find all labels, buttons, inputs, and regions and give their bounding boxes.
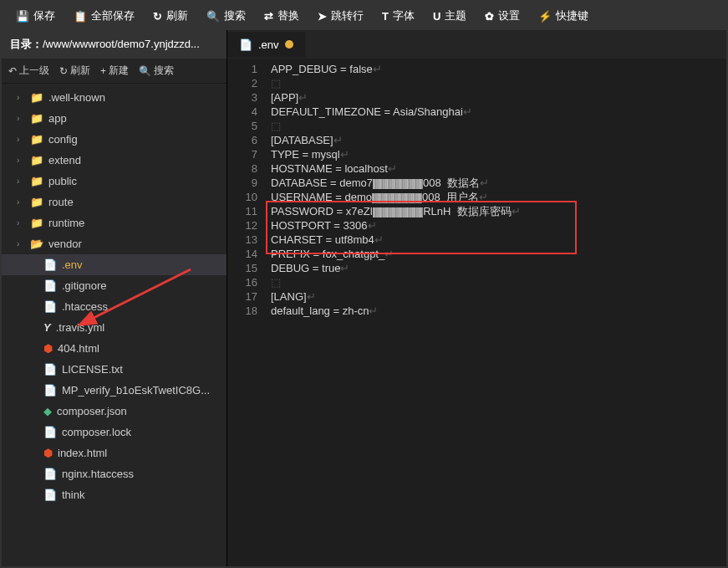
toolbar-shortcuts-button[interactable]: ⚡快捷键 — [529, 2, 598, 30]
file-item[interactable]: 📄LICENSE.txt — [2, 359, 227, 380]
folder-icon: 📂 — [30, 238, 43, 250]
line-number: 17 — [227, 289, 257, 304]
code-line: [APP]↵ — [264, 90, 726, 105]
code-line: DEBUG = true↵ — [264, 261, 726, 275]
item-name: .htaccess — [62, 300, 108, 313]
toolbar-theme-button[interactable]: U主题 — [424, 2, 476, 30]
item-name: route — [48, 196, 74, 208]
item-name: composer.json — [57, 405, 127, 417]
chevron-right-icon: › — [17, 177, 25, 186]
file-icon: 📄 — [43, 300, 57, 313]
code-line: ⬚ — [264, 119, 726, 133]
item-name: config — [48, 133, 78, 146]
toolbar-icon: 🔍 — [206, 10, 220, 23]
toolbar-icon: ⚡ — [538, 10, 552, 23]
code-content[interactable]: APP_DEBUG = false↵⬚[APP]↵DEFAULT_TIMEZON… — [264, 59, 726, 566]
file-item[interactable]: 📄.htaccess — [2, 296, 227, 317]
file-item[interactable]: ◆composer.json — [2, 401, 227, 422]
file-item[interactable]: 📄think — [2, 484, 227, 505]
file-tree: ›📁.well-known›📁app›📁config›📁extend›📁publ… — [2, 84, 227, 566]
folder-item[interactable]: ›📁.well-known — [2, 87, 227, 108]
chevron-right-icon: › — [17, 239, 25, 248]
folder-icon: 📁 — [30, 175, 43, 187]
file-item[interactable]: 📄.env — [2, 254, 227, 275]
folder-item[interactable]: ›📁extend — [2, 150, 227, 171]
chevron-right-icon: › — [17, 135, 25, 144]
path-bar: 目录：/www/wwwroot/demo7.ynjdzzd... — [2, 30, 227, 59]
folder-item[interactable]: ›📁config — [2, 129, 227, 150]
comment-note: 数据名 — [447, 177, 480, 189]
sidebar-nav: ↶上一级↻刷新+新建🔍搜索 — [2, 59, 227, 84]
tab-label: .env — [258, 38, 279, 51]
toolbar-font-button[interactable]: T字体 — [373, 2, 424, 30]
toolbar-icon: 📋 — [74, 10, 87, 23]
file-item[interactable]: Y.travis.yml — [2, 317, 227, 338]
file-item[interactable]: 📄composer.lock — [2, 422, 227, 443]
toolbar-replace-button[interactable]: ⇄替换 — [255, 2, 308, 30]
comment-note: 用户名 — [446, 191, 479, 203]
line-number: 13 — [227, 233, 257, 247]
toolbar-goto-line-button[interactable]: ➤跳转行 — [308, 2, 373, 30]
file-item[interactable]: ⬢index.html — [2, 443, 227, 463]
file-item[interactable]: ⬢404.html — [2, 338, 227, 359]
editor-area: 📄 .env 123456789101112131415161718 APP_D… — [227, 30, 726, 566]
nav-new-button[interactable]: +新建 — [100, 64, 129, 78]
code-line: PREFIX = fox_chatgpt_↵ — [264, 247, 726, 261]
tab-env[interactable]: 📄 .env — [227, 32, 305, 58]
folder-item[interactable]: ›📁route — [2, 192, 227, 212]
item-name: think — [62, 489, 84, 501]
folder-item[interactable]: ›📁public — [2, 171, 227, 192]
file-item[interactable]: 📄nginx.htaccess — [2, 463, 227, 484]
file-icon: 📄 — [43, 384, 57, 397]
folder-icon: 📁 — [30, 133, 43, 146]
nav-icon: ↻ — [59, 65, 68, 77]
folder-icon: 📁 — [30, 196, 43, 208]
chevron-right-icon: › — [17, 218, 25, 228]
nav-up-button[interactable]: ↶上一级 — [8, 64, 49, 78]
toolbar-label: 跳转行 — [331, 8, 364, 23]
file-item[interactable]: 📄.gitignore — [2, 275, 227, 296]
toolbar-search-button[interactable]: 🔍搜索 — [197, 2, 255, 30]
toolbar-save-all-button[interactable]: 📋全部保存 — [64, 2, 144, 30]
file-icon: 📄 — [43, 258, 57, 271]
line-number: 5 — [227, 119, 257, 133]
chevron-right-icon: › — [17, 197, 25, 207]
code-line: [DATABASE]↵ — [264, 133, 726, 147]
chevron-right-icon: › — [17, 93, 25, 102]
code-line: DEFAULT_TIMEZONE = Asia/Shanghai↵ — [264, 105, 726, 119]
toolbar-label: 刷新 — [166, 8, 188, 23]
nav-label: 搜索 — [154, 64, 174, 78]
path-value: /www/wwwroot/demo7.ynjdzzd... — [43, 38, 200, 50]
line-number: 3 — [227, 90, 257, 105]
toolbar-label: 字体 — [393, 8, 415, 23]
nav-search-button[interactable]: 🔍搜索 — [139, 64, 174, 78]
item-name: extend — [48, 154, 81, 166]
folder-icon: 📁 — [30, 112, 43, 125]
folder-icon: 📁 — [30, 217, 43, 229]
line-number: 6 — [227, 133, 257, 147]
folder-item[interactable]: ›📁app — [2, 108, 227, 129]
line-number: 7 — [227, 147, 257, 161]
toolbar-label: 主题 — [445, 8, 466, 23]
file-icon: 📄 — [43, 468, 57, 480]
code-line: HOSTNAME = localhost↵ — [264, 161, 726, 176]
code-line: HOSTPORT = 3306↵ — [264, 218, 726, 233]
file-icon: 📄 — [239, 38, 252, 51]
toolbar-refresh-button[interactable]: ↻刷新 — [144, 2, 197, 30]
file-item[interactable]: 📄MP_verify_b1oEskTwetIC8G... — [2, 380, 227, 401]
nav-refresh-button[interactable]: ↻刷新 — [59, 64, 90, 78]
file-sidebar: 目录：/www/wwwroot/demo7.ynjdzzd... ↶上一级↻刷新… — [2, 30, 227, 566]
code-editor[interactable]: 123456789101112131415161718 APP_DEBUG = … — [227, 59, 726, 566]
line-number: 1 — [227, 62, 257, 76]
toolbar-save-button[interactable]: 💾保存 — [7, 2, 64, 30]
folder-item[interactable]: ›📂vendor — [2, 233, 227, 254]
line-number: 11 — [227, 204, 257, 218]
toolbar-settings-button[interactable]: ✿设置 — [476, 2, 529, 30]
nav-label: 上一级 — [19, 64, 49, 78]
code-line: [LANG]↵ — [264, 289, 726, 304]
file-icon: 📄 — [43, 426, 57, 438]
line-number: 9 — [227, 176, 257, 190]
folder-item[interactable]: ›📁runtime — [2, 212, 227, 233]
folder-icon: 📁 — [30, 91, 43, 104]
code-line: DATABASE = demo7008 数据名↵ — [264, 176, 726, 190]
